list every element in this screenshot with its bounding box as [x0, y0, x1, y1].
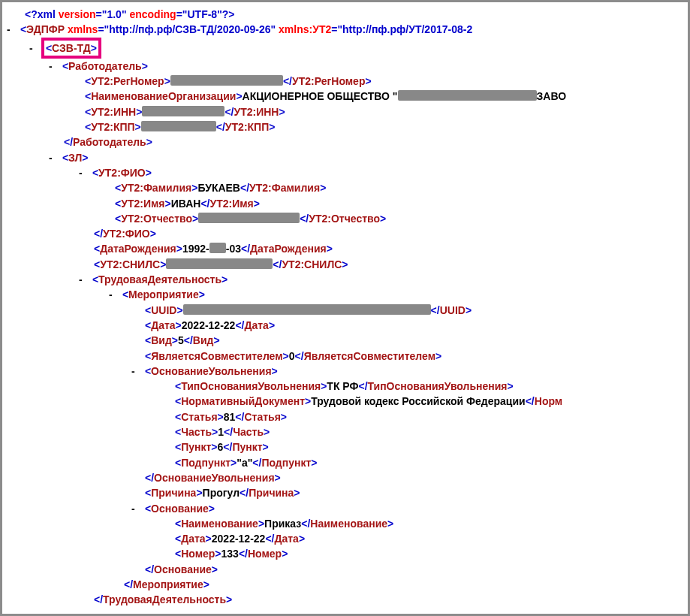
- tip-val: ТК РФ: [327, 380, 358, 392]
- ch-line: <Часть>1</Часть>: [7, 424, 688, 439]
- collapse-toggle[interactable]: -: [49, 59, 59, 74]
- sov-val: 0: [289, 350, 295, 362]
- pi-name: xml: [38, 8, 56, 20]
- osnuv-close-line: </ОснованиеУвольнения>: [7, 470, 688, 485]
- td-open-line: - <ТрудоваяДеятельность>: [7, 272, 688, 287]
- redacted: [166, 258, 273, 269]
- attr-ns2-val: "http://пф.рф/УТ/2017-08-2: [337, 23, 472, 35]
- kpp-line: <УТ2:КПП></УТ2:КПП>: [7, 119, 688, 134]
- fam-line: <УТ2:Фамилия>БУКАЕВ</УТ2:Фамилия>: [7, 180, 688, 195]
- orgname-val-prefix: АКЦИОНЕРНОЕ ОБЩЕСТВО ": [243, 90, 398, 102]
- ot-line: <УТ2:Отчество></УТ2:Отчество>: [7, 211, 688, 226]
- im-line: <УТ2:Имя>ИВАН</УТ2:Имя>: [7, 196, 688, 211]
- pi-line: <?xml version="1.0" encoding="UTF-8"?>: [7, 7, 688, 22]
- pu-line: <Пункт>6</Пункт>: [7, 439, 688, 454]
- redacted: [398, 90, 537, 101]
- norm-line: <НормативныйДокумент>Трудовой кодекс Рос…: [7, 394, 688, 409]
- redacted: [170, 75, 283, 86]
- root-tag: ЭДПФР: [26, 23, 65, 35]
- employer-close-line: </Работодатель>: [7, 134, 688, 149]
- attr-encoding: encoding: [129, 8, 176, 20]
- employer-open: Работодатель: [68, 60, 142, 72]
- szvtd-highlight-box: <СЗВ-ТД>: [41, 38, 101, 59]
- odate-line: <Дата>2022-12-22</Дата>: [7, 531, 688, 546]
- reason-val: Прогул: [203, 487, 240, 499]
- collapse-toggle[interactable]: -: [131, 364, 142, 379]
- osn-close-line: </Основание>: [7, 562, 688, 577]
- odate-val: 2022-12-22: [212, 533, 266, 545]
- vid-line: <Вид>5</Вид>: [7, 333, 688, 348]
- fio-close-line: </УТ2:ФИО>: [7, 226, 688, 241]
- pi-close: ?>: [222, 8, 235, 20]
- uuid-line: <UUID></UUID>: [7, 303, 688, 318]
- osnuv-open-line: - <ОснованиеУвольнения>: [7, 364, 688, 379]
- event-open-line: - <Мероприятие>: [7, 287, 688, 302]
- event-close-line: </Мероприятие>: [7, 577, 688, 592]
- collapse-toggle[interactable]: -: [79, 272, 89, 287]
- im-val: ИВАН: [171, 198, 201, 210]
- attr-encoding-val: "UTF-8": [182, 8, 222, 20]
- orgname-line: <НаименованиеОрганизации>АКЦИОНЕРНОЕ ОБЩ…: [7, 89, 688, 104]
- szvtd-tag: СЗВ-ТД: [52, 42, 91, 54]
- orgname-val-suffix: ЗАВО: [537, 90, 567, 102]
- dob-line: <ДатаРождения>1992--03</ДатаРождения>: [7, 241, 688, 256]
- naim-line: <Наименование>Приказ</Наименование>: [7, 516, 688, 531]
- sov-line: <ЯвляетсяСовместителем>0</ЯвляетсяСовмес…: [7, 349, 688, 364]
- collapse-toggle[interactable]: -: [29, 41, 40, 56]
- pi-open: <?: [25, 8, 38, 20]
- collapse-toggle[interactable]: -: [49, 150, 59, 165]
- td-close-line: </ТрудоваяДеятельность>: [7, 592, 688, 607]
- root-open-line: - <ЭДПФР xmlns="http://пф.рф/СЗВ-ТД/2020…: [7, 22, 688, 37]
- dob-post: -03: [226, 243, 241, 255]
- employer-open-line: - <Работодатель>: [7, 59, 688, 74]
- ch-val: 1: [218, 426, 224, 438]
- snils-line: <УТ2:СНИЛС></УТ2:СНИЛС>: [7, 257, 688, 272]
- date-line: <Дата>2022-12-22</Дата>: [7, 318, 688, 333]
- osn-open-line: - <Основание>: [7, 501, 688, 516]
- naim-val: Приказ: [264, 518, 301, 530]
- attr-version: version: [59, 8, 96, 20]
- norm-val: Трудовой кодекс Российской Федерации: [311, 395, 525, 407]
- attr-xmlns: xmlns: [68, 23, 98, 35]
- tip-line: <ТипОснованияУвольнения>ТК РФ</ТипОснова…: [7, 379, 688, 394]
- collapse-toggle[interactable]: -: [109, 287, 119, 302]
- st-val: 81: [224, 411, 236, 423]
- redacted: [183, 304, 431, 315]
- num-val: 133: [221, 548, 239, 560]
- pp-val: "а": [237, 457, 252, 469]
- collapse-toggle[interactable]: -: [131, 501, 142, 516]
- attr-xmlns-val: "http://пф.рф/СЗВ-ТД/2020-09-26": [104, 23, 276, 35]
- collapse-toggle[interactable]: -: [7, 22, 17, 37]
- reason-line: <Причина>Прогул</Причина>: [7, 485, 688, 500]
- szvtd-open-line: - <СЗВ-ТД>: [7, 38, 688, 59]
- pp-line: <Подпункт>"а"</Подпункт>: [7, 455, 688, 470]
- zl-open-line: - <ЗЛ>: [7, 150, 688, 165]
- attr-version-val: "1.0": [102, 8, 127, 20]
- num-line: <Номер>133</Номер>: [7, 546, 688, 561]
- collapse-toggle[interactable]: -: [79, 165, 89, 180]
- redacted: [141, 121, 216, 131]
- dob-pre: 1992-: [182, 243, 209, 255]
- attr-ns2: xmlns:УТ2: [279, 23, 331, 35]
- xml-viewer: <?xml version="1.0" encoding="UTF-8"?> -…: [0, 0, 690, 616]
- vid-val: 5: [178, 334, 184, 346]
- st-line: <Статья>81</Статья>: [7, 409, 688, 424]
- regnum-line: <УТ2:РегНомер></УТ2:РегНомер>: [7, 74, 688, 89]
- redacted: [198, 213, 300, 223]
- fam-val: БУКАЕВ: [197, 182, 240, 194]
- date-val: 2022-12-22: [182, 319, 236, 331]
- redacted: [142, 106, 224, 116]
- redacted: [209, 243, 226, 253]
- inn-line: <УТ2:ИНН></УТ2:ИНН>: [7, 104, 688, 119]
- fio-open-line: - <УТ2:ФИО>: [7, 165, 688, 180]
